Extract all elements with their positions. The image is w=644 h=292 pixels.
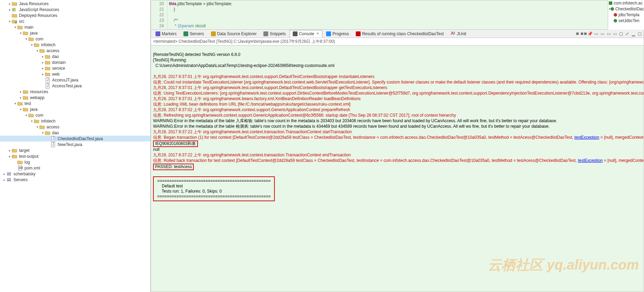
tree-arrow[interactable]: ▾	[35, 49, 39, 52]
tree-arrow[interactable]: ▸	[19, 96, 23, 99]
tree-item-java[interactable]: ▾java	[0, 106, 150, 112]
tab-results[interactable]: Results of running class CheckedlistDaoT…	[353, 30, 447, 38]
tab-console[interactable]: Console✕	[290, 30, 322, 38]
code-text: }	[169, 7, 175, 12]
tree-item-domain[interactable]: ▸domain	[0, 59, 150, 65]
toolbar-disp-icon[interactable]: ▭	[593, 31, 599, 37]
folder-icon	[45, 60, 50, 65]
outline-view[interactable]: com.infotech.ac▾ CheckedlistDacjdbcTempl…	[608, 0, 644, 30]
outline-item[interactable]: jdbcTempla	[608, 12, 644, 18]
toolbar-x-icon[interactable]: ✖	[575, 31, 580, 37]
tree-arrow[interactable]: ▾	[8, 20, 12, 23]
toolbar-lock-icon[interactable]: ⤢	[624, 31, 630, 37]
svg-rect-13	[7, 173, 11, 174]
code-editor[interactable]: 2021222324 this.jdbcTemplate = jdbcTempl…	[151, 0, 644, 30]
tree-arrow[interactable]: ▸	[2, 178, 6, 182]
console-output[interactable]: [RemoteTestNG] detected TestNG version 6…	[151, 46, 644, 292]
tree-item-accesstest-java[interactable]: JAccessTest.java	[0, 83, 150, 89]
console-link[interactable]: testException	[578, 158, 603, 163]
tree-item-scherbatsky[interactable]: ▸scherbatsky	[0, 171, 150, 177]
toolbar-sel-icon[interactable]: ▢	[618, 31, 624, 37]
tree-item-service[interactable]: ▸service	[0, 65, 150, 71]
toolbar-disp4-icon[interactable]: ▭	[612, 31, 617, 37]
progress-icon	[326, 31, 331, 36]
tree-arrow[interactable]: ▸	[41, 55, 45, 58]
toolbar-disp2-icon[interactable]: ▭	[600, 31, 605, 37]
tree-arrow[interactable]: ▾	[24, 114, 28, 117]
tree-item-servers[interactable]: ▸Servers	[0, 177, 150, 183]
tree-arrow[interactable]: ▾	[41, 131, 45, 135]
tab-markers[interactable]: Markers	[152, 30, 180, 38]
lib-icon	[12, 7, 17, 12]
tree-item-checkedlistdaotest-java[interactable]: JCheckedlistDaoTest.java	[0, 136, 150, 142]
tree-item-log[interactable]: log	[0, 159, 150, 165]
toolbar-pin-icon[interactable]: 📌	[587, 31, 593, 37]
tree-item-pom-xml[interactable]: xmlpom.xml	[0, 165, 150, 171]
tree-item-webapp[interactable]: ▸webapp	[0, 95, 150, 100]
tree-item-dao[interactable]: ▸dao	[0, 53, 150, 59]
tree-arrow[interactable]: ▸	[41, 67, 45, 70]
tree-arrow[interactable]: ▸	[8, 155, 12, 158]
tree-item-test[interactable]: ▾test	[0, 100, 150, 106]
tree-arrow[interactable]: ▸	[41, 61, 45, 64]
tree-arrow[interactable]: ▸	[41, 72, 45, 76]
console-line: 九月28, 2017 8:37:22 上午 org.springframewor…	[153, 153, 351, 157]
tree-label: src	[18, 19, 24, 24]
toolbar-min-icon[interactable]: ▁	[631, 31, 636, 37]
tree-arrow[interactable]: ▸	[8, 2, 12, 6]
tree-item-newtest-java[interactable]: JNewTest.java	[0, 142, 150, 147]
tree-item-infotech[interactable]: ▾infotech	[0, 118, 150, 124]
tree-label: test-output	[18, 154, 39, 159]
project-explorer[interactable]: ▸Java Resources▸JavaScript ResourcesDepl…	[0, 0, 151, 292]
tree-item-resources[interactable]: ▸resources	[0, 89, 150, 95]
tree-arrow[interactable]: ▾	[30, 43, 34, 47]
tree-item-target[interactable]: ▸target	[0, 147, 150, 153]
outline-item[interactable]: ▾ CheckedlistDac	[608, 6, 644, 12]
tree-item-access[interactable]: ▾access	[0, 48, 150, 53]
toolbar-disp3-icon[interactable]: ▭	[606, 31, 611, 37]
tree-item-com[interactable]: ▾com	[0, 112, 150, 118]
console-line: [TestNG] Running:	[153, 58, 187, 62]
svg-rect-14	[7, 174, 11, 175]
toolbar-max-icon[interactable]: ▢	[637, 31, 642, 37]
tab-servers[interactable]: Servers	[180, 30, 207, 38]
tab-dse[interactable]: Data Source Explorer	[208, 30, 260, 38]
tree-item-javascript-resources[interactable]: ▸JavaScript Resources	[0, 7, 150, 12]
tree-item-src[interactable]: ▾src	[0, 18, 150, 24]
tree-arrow[interactable]: ▾	[35, 125, 39, 129]
tree-arrow[interactable]: ▸	[8, 8, 12, 11]
tree-item-main[interactable]: ▾main	[0, 24, 150, 30]
tree-arrow[interactable]: ▾	[13, 102, 17, 105]
tree-item-web[interactable]: ▸web	[0, 71, 150, 77]
tree-arrow[interactable]: ▾	[19, 31, 23, 35]
tree-item-com[interactable]: ▾com	[0, 36, 150, 42]
close-icon[interactable]: ✕	[316, 31, 319, 36]
tab-progress[interactable]: Progress	[323, 30, 352, 38]
tab-junit[interactable]: JUJUnit	[447, 30, 469, 38]
tree-item-dao[interactable]: ▾dao	[0, 130, 150, 136]
tree-item-accessjt-java[interactable]: JAccessJT.java	[0, 77, 150, 83]
tree-item-java[interactable]: ▾java	[0, 30, 150, 36]
tree-item-test-output[interactable]: ▸test-output	[0, 153, 150, 159]
outline-item[interactable]: setJdbcTen	[608, 18, 644, 23]
tree-arrow[interactable]: ▸	[8, 149, 12, 152]
javadoc-tag: @param	[178, 23, 194, 28]
toolbar-xx-icon[interactable]: ✖✖	[581, 31, 586, 37]
editor-code[interactable]: this.jdbcTemplate = jdbcTemplate; } /** …	[168, 0, 233, 29]
tree-arrow[interactable]: ▾	[19, 108, 23, 111]
tab-snippets[interactable]: Snippets	[260, 30, 289, 38]
tree-arrow[interactable]: ▾	[13, 26, 17, 29]
tree-item-access[interactable]: ▾access	[0, 124, 150, 130]
tree-item-deployed-resources[interactable]: Deployed Resources	[0, 12, 150, 18]
folder-icon	[34, 42, 39, 48]
tree-arrow[interactable]: ▸	[19, 90, 23, 94]
folder-icon	[23, 30, 28, 36]
tree-item-infotech[interactable]: ▾infotech	[0, 42, 150, 48]
tree-arrow[interactable]: ▸	[2, 172, 6, 176]
tree-arrow[interactable]: ▾	[30, 119, 34, 123]
tree-item-java-resources[interactable]: ▸Java Resources	[0, 1, 150, 7]
tree-arrow[interactable]: ▾	[24, 37, 28, 41]
outline-item[interactable]: com.infotech.ac	[608, 0, 644, 6]
dse-icon	[211, 31, 216, 36]
console-link[interactable]: testException	[574, 135, 599, 140]
